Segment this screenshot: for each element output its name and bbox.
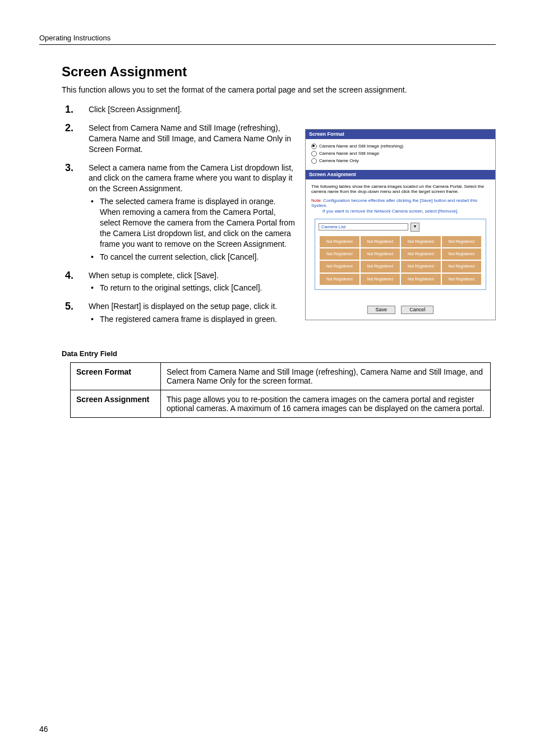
camera-cell[interactable]: Not Registered bbox=[400, 248, 441, 260]
radio-icon bbox=[311, 144, 317, 149]
running-head: Operating Instructions bbox=[39, 34, 496, 45]
camera-cell[interactable]: Not Registered bbox=[360, 273, 401, 285]
camera-cell[interactable]: Not Registered bbox=[441, 273, 482, 285]
table-row: Screen Format Select from Camera Name an… bbox=[71, 363, 491, 390]
step-item: Select from Camera Name and Still Image … bbox=[62, 123, 295, 155]
step-item: When setup is complete, click [Save]. To… bbox=[62, 270, 295, 294]
screenshot-panel: Screen Format Camera Name and Still Imag… bbox=[305, 129, 496, 320]
field-desc: This page allows you to re-position the … bbox=[161, 390, 491, 418]
step-item: When [Restart] is displayed on the setup… bbox=[62, 301, 295, 325]
step-item: Click [Screen Assignment]. bbox=[62, 104, 295, 115]
camera-cell[interactable]: Not Registered bbox=[319, 273, 360, 285]
substep-item: The selected camera frame is displayed i… bbox=[89, 196, 295, 249]
camera-cell[interactable]: Not Registered bbox=[360, 236, 401, 248]
screen-assignment-bar: Screen Assignment bbox=[306, 170, 495, 179]
radio-icon bbox=[311, 151, 317, 156]
step-item: Select a camera name from the Camera Lis… bbox=[62, 163, 295, 262]
page-title: Screen Assignment bbox=[62, 64, 496, 80]
cancel-button[interactable]: Cancel bbox=[401, 306, 433, 314]
screenshot-note: Note: Configuration become effective aft… bbox=[311, 198, 490, 214]
data-entry-heading: Data Entry Field bbox=[62, 349, 496, 358]
step-text: Select from Camera Name and Still Image … bbox=[89, 123, 291, 154]
step-text: Click [Screen Assignment]. bbox=[89, 105, 182, 114]
field-name: Screen Assignment bbox=[71, 390, 161, 418]
camera-cell[interactable]: Not Registered bbox=[360, 248, 401, 260]
radio-option[interactable]: Camera Name and Still Image bbox=[311, 151, 490, 156]
camera-list-panel: Camera List ▼ Not Registered Not Registe… bbox=[315, 219, 486, 291]
camera-cell[interactable]: Not Registered bbox=[319, 236, 360, 248]
step-text: When [Restart] is displayed on the setup… bbox=[89, 302, 277, 311]
substep-item: To cancel the current selection, click [… bbox=[89, 252, 295, 262]
camera-list-dropdown[interactable]: Camera List bbox=[319, 223, 408, 231]
page-number: 46 bbox=[39, 725, 48, 734]
save-button[interactable]: Save bbox=[367, 306, 396, 314]
camera-cell[interactable]: Not Registered bbox=[441, 248, 482, 260]
camera-cell[interactable]: Not Registered bbox=[400, 273, 441, 285]
radio-option[interactable]: Camera Name Only bbox=[311, 158, 490, 164]
camera-cell[interactable]: Not Registered bbox=[319, 260, 360, 273]
substep-item: To return to the original settings, clic… bbox=[89, 283, 295, 293]
field-desc: Select from Camera Name and Still Image … bbox=[161, 363, 491, 390]
chevron-down-icon[interactable]: ▼ bbox=[411, 223, 419, 232]
screenshot-desc: The following tables show the camera ima… bbox=[311, 184, 490, 195]
field-name: Screen Format bbox=[71, 363, 161, 390]
camera-cell[interactable]: Not Registered bbox=[319, 248, 360, 260]
radio-option[interactable]: Camera Name and Still Image (refreshing) bbox=[311, 144, 490, 149]
camera-cell[interactable]: Not Registered bbox=[400, 260, 441, 273]
step-text: When setup is complete, click [Save]. bbox=[89, 271, 219, 280]
camera-cell[interactable]: Not Registered bbox=[400, 236, 441, 248]
camera-cell[interactable]: Not Registered bbox=[441, 236, 482, 248]
camera-grid: Not Registered Not Registered Not Regist… bbox=[319, 235, 482, 287]
fields-table: Screen Format Select from Camera Name an… bbox=[70, 362, 491, 418]
intro-paragraph: This function allows you to set the form… bbox=[62, 85, 496, 94]
step-text: Select a camera name from the Camera Lis… bbox=[89, 163, 293, 193]
screen-format-bar: Screen Format bbox=[306, 130, 495, 139]
camera-cell[interactable]: Not Registered bbox=[441, 260, 482, 273]
steps-list: Click [Screen Assignment]. Select from C… bbox=[62, 104, 295, 325]
camera-cell[interactable]: Not Registered bbox=[360, 260, 401, 273]
table-row: Screen Assignment This page allows you t… bbox=[71, 390, 491, 418]
substep-item: The registered camera frame is displayed… bbox=[89, 314, 295, 325]
radio-icon bbox=[311, 158, 317, 164]
